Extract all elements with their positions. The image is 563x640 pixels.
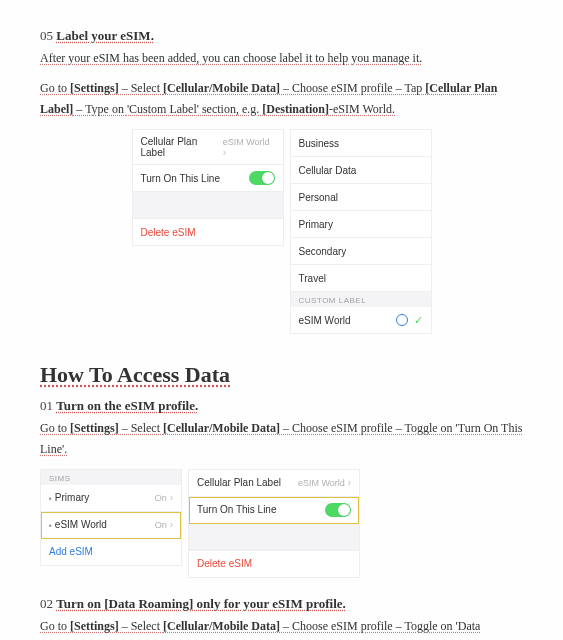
t: [Cellular/Mobile Data] [163,81,280,95]
label-option[interactable]: Business [291,130,431,157]
turn-on-line-row[interactable]: Turn On This Line [133,165,283,192]
section-heading: How To Access Data [40,362,523,388]
t: – Select [119,421,163,435]
sim-label: Primary [55,492,89,503]
step-02-title: Turn on [Data Roaming] only for your eSI… [56,596,346,611]
delete-esim-button[interactable]: Delete eSIM [133,219,283,245]
chevron-right-icon: › [170,519,173,530]
step-02-instr: Go to [Settings] – Select [Cellular/Mobi… [40,616,523,640]
delete-label: Delete eSIM [141,227,196,238]
cellular-plan-label-row[interactable]: Cellular Plan Label eSIM World › [133,130,283,165]
t: section, e.g. [199,102,262,116]
t: [Cellular/Mobile Data] [163,619,280,633]
t: -eSIM World. [329,102,395,116]
option-label: Primary [299,219,333,230]
t: [Settings] [70,81,119,95]
t: 'Custom Label' [127,102,199,116]
check-icon: ✓ [414,314,423,327]
spacer [189,524,359,551]
spacer [133,192,283,219]
step-05-screenshot: Cellular Plan Label eSIM World › Turn On… [40,129,523,334]
label-option[interactable]: Travel [291,265,431,292]
t: [Cellular/Mobile Data] [163,421,280,435]
step-05-title: Label your eSIM. [56,28,154,43]
sim-label: eSIM World [55,519,107,530]
cell-value: eSIM World [223,137,270,147]
step-02-heading: 02 Turn on [Data Roaming] only for your … [40,596,523,612]
step-05-instr-line1: After your eSIM has been added, you can … [40,48,523,68]
label-option[interactable]: Personal [291,184,431,211]
sim-bullet-icon: ▪ [49,494,52,503]
cell-label: Turn On This Line [141,173,220,184]
add-esim-label: Add eSIM [49,546,93,557]
step-01-screenshot: SIMs ▪Primary On › ▪eSIM World On › Add … [40,469,523,578]
label-option[interactable]: Secondary [291,238,431,265]
option-label: Business [299,138,340,149]
t: – Choose eSIM profile – Toggle on [280,421,456,435]
t: – Select [119,81,163,95]
toggle-switch[interactable] [249,171,275,185]
cell-value: eSIM World [298,478,345,488]
toggle-switch[interactable] [325,503,351,517]
t: Go to [40,619,70,633]
sim-status: On [155,520,167,530]
clear-icon[interactable] [396,314,408,326]
step-05-instr-line2: Go to [Settings] – Select [Cellular/Mobi… [40,78,523,119]
t: – Choose eSIM profile – Tap [280,81,425,95]
option-label: Travel [299,273,326,284]
delete-esim-button[interactable]: Delete eSIM [189,551,359,577]
cell-label: Cellular Plan Label [141,136,223,158]
label-options-panel: Business Cellular Data Personal Primary … [290,129,432,334]
custom-label-input-row[interactable]: eSIM World ✓ [291,307,431,333]
sim-bullet-icon: ▪ [49,521,52,530]
step-05-num: 05 [40,28,53,43]
label-option[interactable]: Primary [291,211,431,238]
chevron-right-icon: › [170,492,173,503]
sims-panel: SIMs ▪Primary On › ▪eSIM World On › Add … [40,469,182,566]
chevron-right-icon: › [223,147,226,158]
label-option[interactable]: Cellular Data [291,157,431,184]
step-01-title: Turn on the eSIM profile. [56,398,198,413]
cellular-plan-label-row[interactable]: Cellular Plan Label eSIM World › [189,470,359,497]
delete-label: Delete eSIM [197,558,252,569]
t: [Settings] [70,619,119,633]
t: [Settings] [70,421,119,435]
t: – Choose eSIM profile – Toggle on [280,619,456,633]
sim-esim-row[interactable]: ▪eSIM World On › [41,512,181,539]
add-esim-row[interactable]: Add eSIM [41,539,181,565]
t: – Select [119,619,163,633]
sim-status: On [155,493,167,503]
turn-on-line-row[interactable]: Turn On This Line [189,497,359,524]
step-05-heading: 05 Label your eSIM. [40,28,523,44]
step-01-heading: 01 Turn on the eSIM profile. [40,398,523,414]
sims-header: SIMs [41,470,181,485]
option-label: Secondary [299,246,347,257]
option-label: Personal [299,192,338,203]
option-label: Cellular Data [299,165,357,176]
cellular-plan-panel: Cellular Plan Label eSIM World › Turn On… [132,129,284,246]
t: Go to [40,421,70,435]
step-01-instr: Go to [Settings] – Select [Cellular/Mobi… [40,418,523,459]
step-02-num: 02 [40,596,53,611]
step-01-num: 01 [40,398,53,413]
esim-detail-panel: Cellular Plan Label eSIM World › Turn On… [188,469,360,578]
custom-label-header: CUSTOM LABEL [291,292,431,307]
t: Go to [40,81,70,95]
t: [Destination] [262,102,329,116]
chevron-right-icon: › [348,477,351,488]
cell-label: Cellular Plan Label [197,477,281,488]
t: – Type on [73,102,127,116]
cell-label: Turn On This Line [197,504,276,515]
sim-primary-row[interactable]: ▪Primary On › [41,485,181,512]
custom-label-input[interactable]: eSIM World [299,315,390,326]
